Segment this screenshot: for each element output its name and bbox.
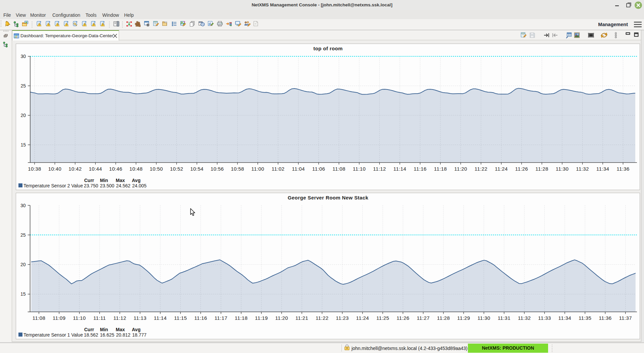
svg-text:11:02: 11:02 <box>272 166 284 172</box>
svg-text:10:54: 10:54 <box>190 166 204 172</box>
svg-text:10:42: 10:42 <box>68 166 82 172</box>
svg-text:11:22: 11:22 <box>316 315 328 321</box>
svg-text:11:11: 11:11 <box>93 315 106 321</box>
svg-text:11:25: 11:25 <box>376 315 389 321</box>
svg-text:11:34: 11:34 <box>558 315 571 321</box>
svg-text:11:34: 11:34 <box>596 166 609 172</box>
svg-text:11:30: 11:30 <box>556 166 569 172</box>
svg-text:20: 20 <box>20 262 26 267</box>
svg-text:10:58: 10:58 <box>231 166 244 172</box>
svg-text:10:44: 10:44 <box>89 166 102 172</box>
svg-text:11:37: 11:37 <box>619 315 632 321</box>
svg-text:11:31: 11:31 <box>498 315 511 321</box>
svg-text:11:16: 11:16 <box>414 166 426 172</box>
svg-text:25: 25 <box>20 83 26 89</box>
svg-text:11:26: 11:26 <box>396 315 409 321</box>
svg-text:11:36: 11:36 <box>616 166 629 172</box>
svg-text:10:52: 10:52 <box>170 166 183 172</box>
svg-text:10:50: 10:50 <box>150 166 163 172</box>
svg-text:11:15: 11:15 <box>174 315 187 321</box>
svg-text:20: 20 <box>20 113 26 118</box>
svg-text:11:30: 11:30 <box>477 315 490 321</box>
svg-text:11:16: 11:16 <box>194 315 207 321</box>
svg-text:11:26: 11:26 <box>515 166 528 172</box>
svg-text:10:40: 10:40 <box>48 166 62 172</box>
svg-text:10:48: 10:48 <box>129 166 143 172</box>
svg-text:11:06: 11:06 <box>312 166 325 172</box>
svg-text:11:08: 11:08 <box>33 315 45 321</box>
svg-text:30: 30 <box>20 203 26 208</box>
svg-text:11:13: 11:13 <box>133 315 146 321</box>
svg-text:10:56: 10:56 <box>211 166 224 172</box>
svg-text:11:08: 11:08 <box>332 166 345 172</box>
svg-text:11:23: 11:23 <box>336 315 348 321</box>
svg-text:George Server Room New Stack: George Server Room New Stack <box>288 195 369 200</box>
svg-text:11:00: 11:00 <box>251 166 264 172</box>
svg-text:11:35: 11:35 <box>579 315 591 321</box>
svg-text:11:20: 11:20 <box>275 315 288 321</box>
svg-text:11:04: 11:04 <box>292 166 305 172</box>
svg-text:11:19: 11:19 <box>255 315 268 321</box>
svg-text:11:24: 11:24 <box>356 315 369 321</box>
svg-text:11:18: 11:18 <box>235 315 248 321</box>
svg-text:11:09: 11:09 <box>53 315 65 321</box>
svg-text:11:20: 11:20 <box>454 166 467 172</box>
svg-text:11:33: 11:33 <box>538 315 551 321</box>
svg-text:11:17: 11:17 <box>214 315 227 321</box>
svg-text:10:38: 10:38 <box>28 166 41 172</box>
svg-text:11:32: 11:32 <box>576 166 589 172</box>
svg-text:top of room: top of room <box>313 46 343 51</box>
svg-text:11:14: 11:14 <box>393 166 406 172</box>
svg-text:11:12: 11:12 <box>113 315 126 321</box>
svg-text:11:22: 11:22 <box>475 166 487 172</box>
svg-text:15: 15 <box>20 142 26 148</box>
svg-text:11:10: 11:10 <box>353 166 366 172</box>
svg-text:11:18: 11:18 <box>434 166 447 172</box>
svg-text:11:27: 11:27 <box>417 315 429 321</box>
svg-text:15: 15 <box>20 291 26 297</box>
svg-text:11:12: 11:12 <box>373 166 386 172</box>
svg-text:11:14: 11:14 <box>154 315 167 321</box>
svg-text:11:36: 11:36 <box>599 315 611 321</box>
svg-text:10:46: 10:46 <box>109 166 122 172</box>
svg-text:25: 25 <box>20 232 26 238</box>
svg-text:30: 30 <box>20 54 26 59</box>
svg-text:11:32: 11:32 <box>518 315 531 321</box>
svg-text:11:21: 11:21 <box>296 315 308 321</box>
svg-text:11:24: 11:24 <box>495 166 507 172</box>
svg-text:11:10: 11:10 <box>73 315 86 321</box>
svg-text:11:29: 11:29 <box>457 315 470 321</box>
svg-text:11:28: 11:28 <box>535 166 548 172</box>
svg-text:11:28: 11:28 <box>437 315 450 321</box>
